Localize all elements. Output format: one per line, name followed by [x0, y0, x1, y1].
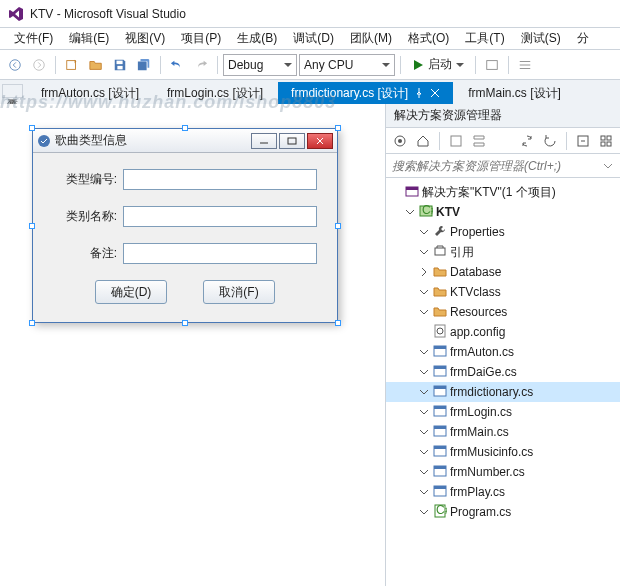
- redo-icon[interactable]: [190, 54, 212, 76]
- svg-point-1: [34, 59, 45, 70]
- resize-handle[interactable]: [29, 223, 35, 229]
- tree-node[interactable]: app.config: [386, 322, 620, 342]
- start-button[interactable]: 启动: [406, 54, 470, 76]
- resize-handle[interactable]: [335, 223, 341, 229]
- menu-item[interactable]: 分: [569, 30, 597, 47]
- undo-icon[interactable]: [166, 54, 188, 76]
- tree-node[interactable]: frmMusicinfo.cs: [386, 442, 620, 462]
- tree-twisty-icon[interactable]: [418, 226, 430, 238]
- ok-button[interactable]: 确定(D): [95, 280, 167, 304]
- menu-item[interactable]: 视图(V): [117, 30, 173, 47]
- document-tab[interactable]: frmAuton.cs [设计]: [28, 82, 152, 104]
- minimize-button[interactable]: [251, 133, 277, 149]
- text-input[interactable]: [123, 206, 317, 227]
- new-project-icon[interactable]: [61, 54, 83, 76]
- config-combo[interactable]: Debug: [223, 54, 297, 76]
- designed-form[interactable]: 歌曲类型信息 类型编号:类别名称:备注:确定(D)取消(F): [32, 128, 338, 323]
- solution-tree[interactable]: 解决方案"KTV"(1 个项目)C#KTVProperties引用Databas…: [386, 178, 620, 586]
- sx-home-icon[interactable]: [413, 131, 433, 151]
- close-tab-icon[interactable]: [430, 87, 440, 101]
- tree-node[interactable]: Properties: [386, 222, 620, 242]
- tree-twisty-icon[interactable]: [418, 506, 430, 518]
- collapse-all-icon[interactable]: [573, 131, 593, 151]
- sx-scope-icon[interactable]: [469, 131, 489, 151]
- tree-node[interactable]: KTVclass: [386, 282, 620, 302]
- tree-node[interactable]: frmLogin.cs: [386, 402, 620, 422]
- nav-back-icon[interactable]: [4, 54, 26, 76]
- tree-twisty-icon[interactable]: [418, 246, 430, 258]
- document-tab[interactable]: frmMain.cs [设计]: [455, 82, 574, 104]
- show-all-icon[interactable]: [596, 131, 616, 151]
- document-tab[interactable]: frmdictionary.cs [设计]: [278, 82, 453, 104]
- tree-node[interactable]: Database: [386, 262, 620, 282]
- tree-node[interactable]: Resources: [386, 302, 620, 322]
- menu-item[interactable]: 工具(T): [457, 30, 512, 47]
- nav-fwd-icon[interactable]: [28, 54, 50, 76]
- tree-node[interactable]: frmPlay.cs: [386, 482, 620, 502]
- cancel-button[interactable]: 取消(F): [203, 280, 275, 304]
- resize-handle[interactable]: [335, 320, 341, 326]
- pin-icon[interactable]: [414, 87, 424, 101]
- tree-twisty-icon[interactable]: [418, 426, 430, 438]
- tree-twisty-icon[interactable]: [418, 286, 430, 298]
- svg-rect-20: [435, 248, 445, 255]
- tree-node[interactable]: frmNumber.cs: [386, 462, 620, 482]
- text-input[interactable]: [123, 243, 317, 264]
- tree-twisty-icon[interactable]: [418, 366, 430, 378]
- document-tab[interactable]: frmLogin.cs [设计]: [154, 82, 276, 104]
- menu-item[interactable]: 生成(B): [229, 30, 285, 47]
- resize-handle[interactable]: [182, 125, 188, 131]
- tree-node-label: app.config: [450, 325, 505, 339]
- menu-item[interactable]: 调试(D): [285, 30, 342, 47]
- menu-item[interactable]: 团队(M): [342, 30, 400, 47]
- tree-twisty-icon[interactable]: [404, 206, 416, 218]
- tree-node[interactable]: frmMain.cs: [386, 422, 620, 442]
- save-all-icon[interactable]: [133, 54, 155, 76]
- resize-handle[interactable]: [29, 125, 35, 131]
- solution-search-input[interactable]: [392, 159, 602, 173]
- resize-handle[interactable]: [335, 125, 341, 131]
- home-icon[interactable]: [390, 131, 410, 151]
- refresh-icon[interactable]: [540, 131, 560, 151]
- tree-node[interactable]: C#Program.cs: [386, 502, 620, 522]
- menu-item[interactable]: 测试(S): [513, 30, 569, 47]
- tree-twisty-icon[interactable]: [418, 406, 430, 418]
- text-input[interactable]: [123, 169, 317, 190]
- form-icon: [37, 134, 51, 148]
- svg-text:C#: C#: [436, 504, 447, 517]
- menu-item[interactable]: 项目(P): [173, 30, 229, 47]
- tree-twisty-icon[interactable]: [418, 486, 430, 498]
- tree-node[interactable]: frmDaiGe.cs: [386, 362, 620, 382]
- tree-twisty-icon[interactable]: [418, 306, 430, 318]
- open-icon[interactable]: [85, 54, 107, 76]
- resize-handle[interactable]: [182, 320, 188, 326]
- resize-handle[interactable]: [29, 320, 35, 326]
- tree-node[interactable]: 引用: [386, 242, 620, 262]
- tree-twisty-icon[interactable]: [418, 466, 430, 478]
- folder-icon: [433, 264, 447, 281]
- maximize-button[interactable]: [279, 133, 305, 149]
- solution-search[interactable]: [386, 154, 620, 178]
- tree-twisty-icon[interactable]: [418, 266, 430, 278]
- tree-node[interactable]: frmAuton.cs: [386, 342, 620, 362]
- tree-twisty-icon[interactable]: [418, 386, 430, 398]
- save-icon[interactable]: [109, 54, 131, 76]
- tree-node[interactable]: C#KTV: [386, 202, 620, 222]
- sx-sync-icon[interactable]: [517, 131, 537, 151]
- close-button[interactable]: [307, 133, 333, 149]
- menu-item[interactable]: 格式(O): [400, 30, 457, 47]
- svg-rect-4: [117, 65, 122, 69]
- tree-node[interactable]: 解决方案"KTV"(1 个项目): [386, 182, 620, 202]
- toolbar-misc2-icon[interactable]: [514, 54, 536, 76]
- designer-surface[interactable]: https://www.huzhan.com/ishop8803 歌曲类型信息: [0, 104, 385, 586]
- tree-twisty-icon[interactable]: [418, 346, 430, 358]
- tree-node[interactable]: frmdictionary.cs: [386, 382, 620, 402]
- svg-point-6: [38, 135, 50, 147]
- toolbar-misc1-icon[interactable]: [481, 54, 503, 76]
- tree-twisty-icon[interactable]: [418, 446, 430, 458]
- platform-combo[interactable]: Any CPU: [299, 54, 395, 76]
- toolbox-tab[interactable]: 工具箱: [2, 84, 23, 98]
- menu-item[interactable]: 文件(F): [6, 30, 61, 47]
- sx-misc-icon[interactable]: [446, 131, 466, 151]
- menu-item[interactable]: 编辑(E): [61, 30, 117, 47]
